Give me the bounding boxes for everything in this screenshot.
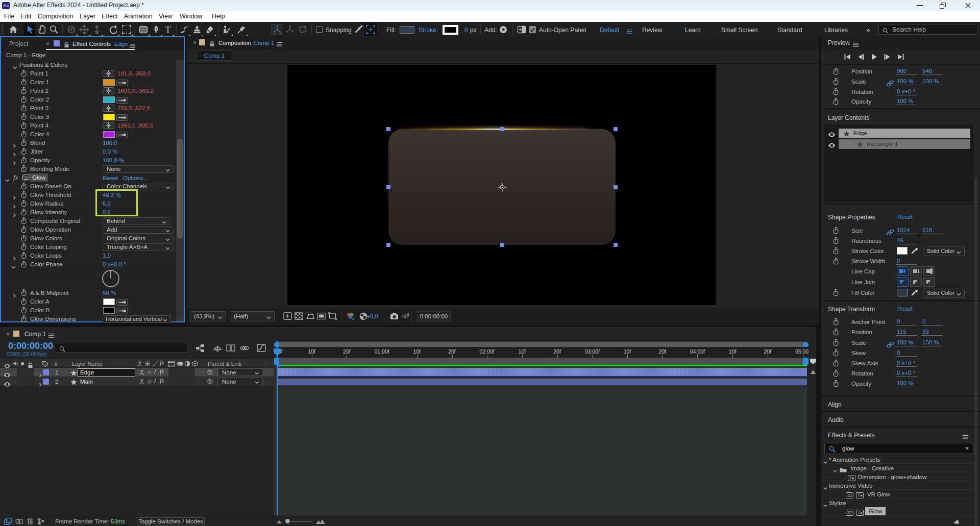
svg-text:32: 32	[847, 493, 852, 498]
svg-text:fx: fx	[25, 176, 28, 179]
svg-text:f: f	[850, 475, 852, 481]
svg-text:f: f	[858, 493, 860, 498]
svg-text:32: 32	[847, 510, 852, 515]
svg-text:f: f	[858, 510, 860, 515]
